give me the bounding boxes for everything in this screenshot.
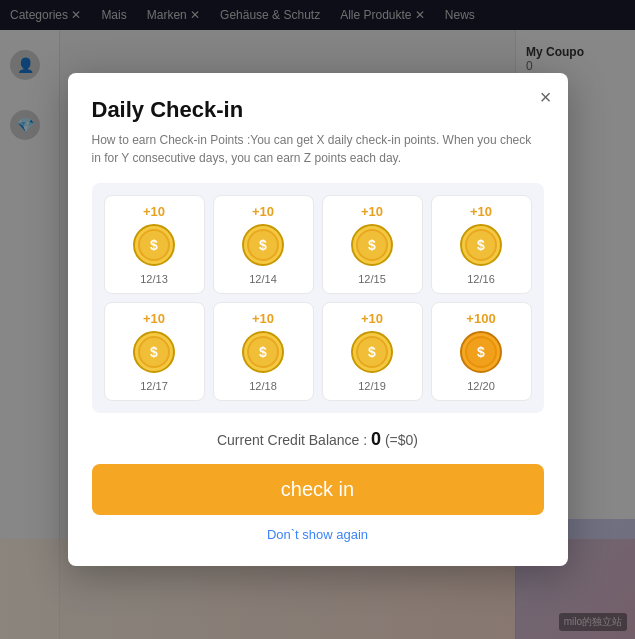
coin-date: 12/13: [140, 273, 168, 285]
coin-icon: $: [241, 330, 285, 374]
coin-points: +100: [466, 311, 495, 326]
coin-cell: +10 $ 12/19: [322, 302, 423, 401]
coin-points: +10: [252, 311, 274, 326]
coin-icon: $: [132, 330, 176, 374]
coin-icon: $: [350, 330, 394, 374]
close-button[interactable]: ×: [540, 87, 552, 107]
coin-cell: +10 $ 12/13: [104, 195, 205, 294]
coin-date: 12/20: [467, 380, 495, 392]
coin-points: +10: [252, 204, 274, 219]
coin-cell: +10 $ 12/15: [322, 195, 423, 294]
checkin-button[interactable]: check in: [92, 464, 544, 515]
svg-text:$: $: [259, 237, 267, 253]
coin-icon: $: [459, 330, 503, 374]
coin-date: 12/17: [140, 380, 168, 392]
coin-date: 12/16: [467, 273, 495, 285]
svg-text:$: $: [150, 237, 158, 253]
daily-checkin-modal: × Daily Check-in How to earn Check-in Po…: [68, 73, 568, 566]
coin-date: 12/19: [358, 380, 386, 392]
svg-text:$: $: [150, 344, 158, 360]
coin-points: +10: [470, 204, 492, 219]
coin-cell: +10 $ 12/14: [213, 195, 314, 294]
coins-grid: +10 $ 12/13+10 $ 12/14+10 $ 12/15+10: [92, 183, 544, 413]
coin-date: 12/14: [249, 273, 277, 285]
coin-points: +10: [361, 311, 383, 326]
coin-icon: $: [459, 223, 503, 267]
svg-text:$: $: [368, 344, 376, 360]
coin-points: +10: [143, 204, 165, 219]
coin-cell: +100 $ 12/20: [431, 302, 532, 401]
balance-label: Current Credit Balance :: [217, 432, 367, 448]
coin-points: +10: [361, 204, 383, 219]
balance-row: Current Credit Balance : 0 (=$0): [92, 429, 544, 450]
coin-date: 12/15: [358, 273, 386, 285]
svg-text:$: $: [368, 237, 376, 253]
coin-points: +10: [143, 311, 165, 326]
coin-cell: +10 $ 12/17: [104, 302, 205, 401]
coin-icon: $: [132, 223, 176, 267]
coin-icon: $: [241, 223, 285, 267]
coin-icon: $: [350, 223, 394, 267]
modal-overlay: × Daily Check-in How to earn Check-in Po…: [0, 0, 635, 639]
coin-cell: +10 $ 12/16: [431, 195, 532, 294]
modal-title: Daily Check-in: [92, 97, 544, 123]
svg-text:$: $: [259, 344, 267, 360]
svg-text:$: $: [477, 344, 485, 360]
coin-date: 12/18: [249, 380, 277, 392]
coin-cell: +10 $ 12/18: [213, 302, 314, 401]
balance-amount: 0: [371, 429, 381, 449]
svg-text:$: $: [477, 237, 485, 253]
dont-show-link[interactable]: Don`t show again: [92, 527, 544, 542]
modal-description: How to earn Check-in Points :You can get…: [92, 131, 544, 167]
balance-usd: (=$0): [385, 432, 418, 448]
